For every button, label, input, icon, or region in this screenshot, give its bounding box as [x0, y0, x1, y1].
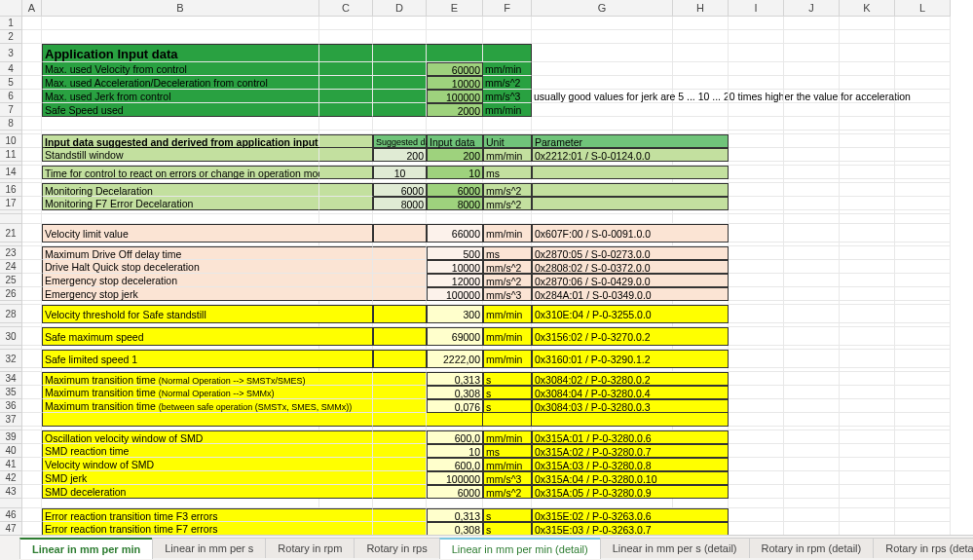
val-vel-limit: 66000	[427, 224, 483, 243]
row-28[interactable]: 28	[0, 305, 22, 323]
unit-mon-f7: mm/s^2	[483, 197, 532, 210]
row-11[interactable]: 11	[0, 148, 22, 162]
row-3[interactable]: 3	[0, 44, 22, 62]
param-smd-jerk: 0x315A:04 / P-0-3280.0.10	[532, 471, 729, 485]
row-24[interactable]: 24	[0, 260, 22, 274]
col-I[interactable]: I	[729, 0, 784, 17]
row-35[interactable]: 35	[0, 386, 22, 399]
unit-max-velocity: mm/min	[483, 62, 532, 76]
param-emerg-jerk: 0x284A:01 / S-0-0349.0.0	[532, 287, 729, 301]
label-smd-react: SMD reaction time	[42, 444, 373, 458]
col-F[interactable]: F	[483, 0, 532, 17]
label-standstill: Standstill window	[42, 148, 319, 162]
row-39[interactable]: 39	[0, 430, 22, 444]
val-err-f7: 0,308	[427, 522, 483, 535]
row-4[interactable]: 4	[0, 62, 22, 76]
unit-err-f3: s	[483, 508, 532, 522]
row-47[interactable]: 47	[0, 522, 22, 535]
param-mon-decel	[532, 183, 729, 197]
label-osc-vel: Oscillation velocity window of SMD	[42, 430, 373, 444]
unit-drive-off: ms	[483, 246, 532, 260]
param-emerg-decel: 0x2870:06 / S-0-0429.0.0	[532, 274, 729, 287]
val-trans-smstx: 0,313	[427, 372, 483, 386]
row-41[interactable]: 41	[0, 458, 22, 471]
value-safe-speed[interactable]: 2000	[427, 103, 483, 117]
row-30[interactable]: 30	[0, 327, 22, 346]
unit-osc-vel: mm/min	[483, 430, 532, 444]
label-safe-speed: Safe Speed used	[42, 103, 319, 117]
row-17[interactable]: 17	[0, 197, 22, 210]
row-36[interactable]: 36	[0, 399, 22, 413]
col-J[interactable]: J	[784, 0, 840, 17]
sheet-tab-2[interactable]: Linear in mm per s	[152, 538, 266, 558]
row-2[interactable]: 2	[0, 30, 22, 44]
row-46[interactable]: 46	[0, 508, 22, 522]
row-25[interactable]: 25	[0, 274, 22, 287]
sheet-tab-6[interactable]: Linear in mm per s (detail)	[600, 538, 750, 558]
hdr-unit: Unit	[483, 134, 532, 148]
row-6[interactable]: 6	[0, 90, 22, 103]
sug-mon-f7: 8000	[373, 197, 427, 210]
col-K[interactable]: K	[840, 0, 895, 17]
col-E[interactable]: E	[427, 0, 483, 17]
row-hidden[interactable]	[0, 214, 22, 224]
unit-emerg-decel: mm/s^2	[483, 274, 532, 287]
col-H[interactable]: H	[673, 0, 729, 17]
row-1[interactable]: 1	[0, 17, 22, 30]
value-max-jerk[interactable]: 100000	[427, 90, 483, 103]
row-hidden[interactable]	[0, 499, 22, 508]
row-42[interactable]: 42	[0, 471, 22, 485]
row-34[interactable]: 34	[0, 372, 22, 386]
label-sls1: Safe limited speed 1	[42, 350, 373, 368]
col-A[interactable]: A	[22, 0, 42, 17]
param-trans-between: 0x3084:03 / P-0-3280.0.3	[532, 399, 729, 413]
sheet-tab-4[interactable]: Rotary in rps	[354, 538, 439, 558]
col-C[interactable]: C	[319, 0, 373, 17]
unit-safe-max: mm/min	[483, 327, 532, 346]
row-5[interactable]: 5	[0, 76, 22, 90]
val-smd-react: 10	[427, 444, 483, 458]
unit-emerg-jerk: mm/s^3	[483, 287, 532, 301]
value-max-velocity[interactable]: 60000	[427, 62, 483, 76]
val-trans-smmx: 0,308	[427, 386, 483, 399]
label-trans-smmx: Maximum transition time (Normal Operatio…	[42, 386, 373, 399]
param-drive-off: 0x2870:05 / S-0-0273.0.0	[532, 246, 729, 260]
row-8[interactable]: 8	[0, 117, 22, 131]
row-10[interactable]: 10	[0, 134, 22, 148]
val-react-time[interactable]: 10	[427, 166, 483, 179]
sheet-tab-3[interactable]: Rotary in rpm	[265, 538, 355, 558]
row-26[interactable]: 26	[0, 287, 22, 301]
row-43[interactable]: 43	[0, 485, 22, 499]
sheet-tab-1[interactable]: Linear in mm per min	[19, 538, 153, 559]
param-smd-vel: 0x315A:03 / P-0-3280.0.8	[532, 458, 729, 471]
sheet-tab-5[interactable]: Linear in mm per min (detail)	[439, 538, 601, 559]
col-D[interactable]: D	[373, 0, 427, 17]
val-mon-f7[interactable]: 8000	[427, 197, 483, 210]
col-L[interactable]: L	[895, 0, 951, 17]
unit-smd-vel: mm/min	[483, 458, 532, 471]
row-23[interactable]: 23	[0, 246, 22, 260]
row-37[interactable]: 37	[0, 413, 22, 427]
param-halt-decel: 0x2808:02 / S-0-0372.0.0	[532, 260, 729, 274]
unit-standstill: mm/min	[483, 148, 532, 162]
val-emerg-jerk: 100000	[427, 287, 483, 301]
spreadsheet-grid[interactable]: A B C D E F G H I J K L 1 2 3 Applicatio…	[0, 0, 973, 535]
val-mon-decel[interactable]: 6000	[427, 183, 483, 197]
unit-halt-decel: mm/s^2	[483, 260, 532, 274]
row-32[interactable]: 32	[0, 350, 22, 368]
value-max-accel[interactable]: 10000	[427, 76, 483, 90]
row-7[interactable]: 7	[0, 103, 22, 117]
row-21[interactable]: 21	[0, 224, 22, 243]
row-14[interactable]: 14	[0, 166, 22, 179]
select-all-corner[interactable]	[0, 0, 22, 17]
row-40[interactable]: 40	[0, 444, 22, 458]
param-err-f3: 0x315E:02 / P-0-3263.0.6	[532, 508, 729, 522]
row-16[interactable]: 16	[0, 183, 22, 197]
label-max-accel: Max. used Acceleration/Deceleration from…	[42, 76, 319, 90]
val-standstill[interactable]: 200	[427, 148, 483, 162]
sheet-tab-8[interactable]: Rotary in rps (detail)	[873, 538, 973, 558]
sheet-tab-7[interactable]: Rotary in rpm (detail)	[749, 538, 875, 558]
col-B[interactable]: B	[42, 0, 319, 17]
col-G[interactable]: G	[532, 0, 673, 17]
param-smd-react: 0x315A:02 / P-0-3280.0.7	[532, 444, 729, 458]
